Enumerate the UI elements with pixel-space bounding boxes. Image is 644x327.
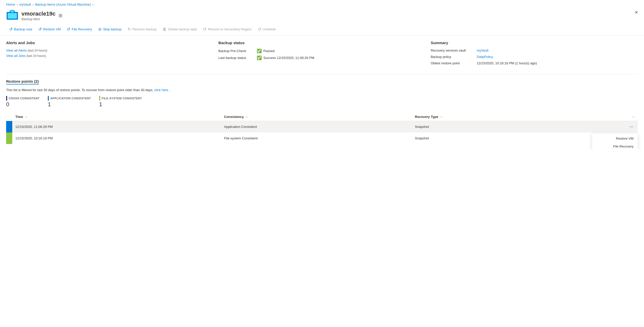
restore-points-title: Restore points (2) xyxy=(6,79,39,84)
row2-consistency: File-system Consistent xyxy=(221,132,412,144)
vault-link[interactable]: myVault xyxy=(477,49,489,52)
pre-check-row: Backup Pre-Check ✅ Passed xyxy=(218,49,425,53)
view-jobs-link[interactable]: View all Jobs (last 24 hours) xyxy=(6,54,213,58)
context-menu: Restore VM File Recovery xyxy=(592,133,638,149)
toolbar: ↺ Backup now ↺ Restore VM ↺ File Recover… xyxy=(0,24,644,35)
section-divider xyxy=(6,74,638,74)
table-row: 12/15/2020, 11:06:29 PM Application Cons… xyxy=(6,121,638,133)
crash-consistent-legend: CRASH CONSISTENT 0 xyxy=(6,96,40,108)
consistency-legend: CRASH CONSISTENT 0 APPLICATION CONSISTEN… xyxy=(6,96,638,108)
restore-secondary-icon: ↺ xyxy=(203,27,206,32)
backup-status-section: Backup status Backup Pre-Check ✅ Passed … xyxy=(218,41,425,68)
table-header-row: Time ↑↓ Consistency ↑↓ Recovery Type ↑↓ xyxy=(6,113,638,121)
row1-time: 12/15/2020, 11:06:29 PM xyxy=(12,121,221,133)
page-title: vmoracle19c xyxy=(21,10,55,17)
recovery-type-header: Recovery Type ↑↓ xyxy=(412,113,575,121)
actions-sort-icon[interactable]: ↑↓ xyxy=(632,116,635,118)
resume-backup-button[interactable]: ↻ Resume backup xyxy=(125,25,160,33)
undelete-button[interactable]: ↺ Undelete xyxy=(255,25,279,33)
summary-title: Summary xyxy=(431,41,638,45)
application-consistent-legend: APPLICATION CONSISTENT 1 xyxy=(48,96,91,108)
page-subtitle: Backup Item xyxy=(21,17,55,21)
row2-time: 12/15/2020, 10:16:18 PM xyxy=(12,132,221,144)
backup-now-button[interactable]: ↺ Backup now xyxy=(6,25,35,33)
consistency-sort-icon[interactable]: ↑↓ xyxy=(246,116,248,118)
restore-points-table: Time ↑↓ Consistency ↑↓ Recovery Type ↑↓ xyxy=(6,113,638,144)
file-recovery-menu-item[interactable]: File Recovery xyxy=(592,142,638,149)
table-row: 12/15/2020, 10:16:18 PM File-system Cons… xyxy=(6,132,638,144)
consistency-header: Consistency ↑↓ xyxy=(221,113,412,121)
recovery-type-sort-icon[interactable]: ↑↓ xyxy=(440,116,443,118)
resume-backup-icon: ↻ xyxy=(128,27,131,32)
breadcrumb-home[interactable]: Home xyxy=(6,3,15,6)
actions-header: ↑↓ xyxy=(575,113,638,121)
file-recovery-icon: ↺ xyxy=(67,27,70,32)
last-backup-value: Success 12/15/2020, 11:06:26 PM xyxy=(263,56,314,60)
row2-recovery-type: Snapshot xyxy=(412,132,575,144)
application-bar xyxy=(48,96,49,101)
restore-secondary-button[interactable]: ↺ Restore to Secondary Region xyxy=(200,25,255,33)
vault-row: Recovery services vault myVault xyxy=(431,49,638,52)
pre-check-icon: ✅ xyxy=(257,49,262,53)
click-here-link[interactable]: click here xyxy=(154,88,168,92)
row2-indicator xyxy=(6,132,12,144)
alerts-jobs-title: Alerts and Jobs xyxy=(6,41,213,45)
alerts-jobs-section: Alerts and Jobs View all Alerts (last 24… xyxy=(6,41,213,68)
row1-consistency: Application Consistent xyxy=(221,121,412,133)
filesystem-consistent-legend: FILE-SYSTEM CONSISTENT 1 xyxy=(99,96,142,108)
time-header: Time ↑↓ xyxy=(12,113,221,121)
delete-backup-data-button[interactable]: 🗑 Delete backup data xyxy=(160,26,200,33)
row1-more-button[interactable]: ··· xyxy=(628,124,635,130)
info-grid: Alerts and Jobs View all Alerts (last 24… xyxy=(6,41,638,68)
breadcrumb-backup-items[interactable]: Backup Items (Azure Virtual Machine) xyxy=(35,3,91,6)
restore-points-section: Restore points (2) This list is filtered… xyxy=(6,79,638,144)
stop-backup-icon: ⊘ xyxy=(98,27,101,32)
close-button[interactable]: × xyxy=(635,9,638,15)
last-backup-icon: ✅ xyxy=(257,55,262,60)
page-header: vmoracle19c Backup Item ⊞ × xyxy=(0,8,644,24)
breadcrumb-vault[interactable]: myVault xyxy=(19,3,31,6)
undelete-icon: ↺ xyxy=(258,27,261,32)
filesystem-bar xyxy=(99,96,100,101)
restore-vm-icon: ↺ xyxy=(38,27,42,32)
file-recovery-button[interactable]: ↺ File Recovery xyxy=(64,25,95,33)
backup-now-icon: ↺ xyxy=(9,27,13,32)
indicator-header xyxy=(6,113,12,121)
restore-vm-button[interactable]: ↺ Restore VM xyxy=(35,25,64,33)
row1-indicator xyxy=(6,121,12,133)
oldest-row: Oldest restore point 12/15/2020, 10:16:1… xyxy=(431,61,638,65)
time-sort-icon[interactable]: ↑↓ xyxy=(25,116,28,118)
restore-vm-menu-item[interactable]: Restore VM xyxy=(592,135,638,142)
row1-recovery-type: Snapshot xyxy=(412,121,575,133)
policy-row: Backup policy DailyPolicy xyxy=(431,55,638,59)
svg-rect-1 xyxy=(8,13,17,19)
summary-section: Summary Recovery services vault myVault … xyxy=(431,41,638,68)
pre-check-value: Passed xyxy=(263,49,274,53)
filter-note: This list is filtered for last 30 days o… xyxy=(6,88,638,92)
delete-backup-icon: 🗑 xyxy=(163,27,167,32)
policy-link[interactable]: DailyPolicy xyxy=(477,55,493,59)
breadcrumb: Home › myVault › Backup Items (Azure Vir… xyxy=(0,0,644,8)
stop-backup-button[interactable]: ⊘ Stop backup xyxy=(95,25,125,33)
view-alerts-link[interactable]: View all Alerts (last 24 hours) xyxy=(6,49,213,52)
restore-points-table-container: Time ↑↓ Consistency ↑↓ Recovery Type ↑↓ xyxy=(6,113,638,144)
vm-icon xyxy=(6,9,18,22)
print-icon[interactable]: ⊞ xyxy=(59,13,62,18)
last-backup-row: Last backup status ✅ Success 12/15/2020,… xyxy=(218,55,425,60)
svg-point-3 xyxy=(10,10,14,13)
oldest-value: 12/15/2020, 10:16:18 PM (1 hour(s) ago) xyxy=(477,61,537,65)
crash-bar xyxy=(6,96,7,101)
backup-status-title: Backup status xyxy=(218,41,425,45)
main-content: Alerts and Jobs View all Alerts (last 24… xyxy=(0,35,644,149)
